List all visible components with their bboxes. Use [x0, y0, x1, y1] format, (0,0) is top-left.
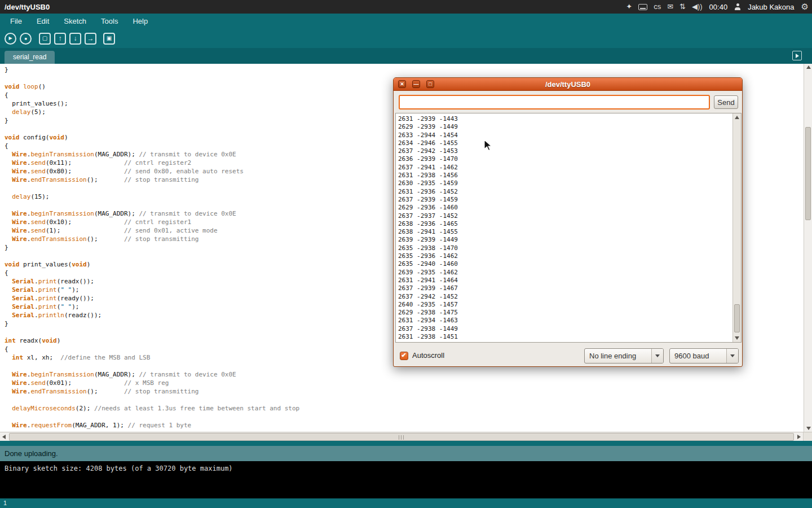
system-panel: /dev/ttyUSB0 ✦cs✉⇅◀)) 00:40 Jakub Kakona… [0, 0, 812, 14]
editor-hscroll-thumb[interactable] [9, 433, 794, 441]
serial-monitor-title: /dev/ttyUSB0 [394, 78, 742, 91]
editor-vertical-scrollbar[interactable] [804, 64, 812, 432]
serial-output-line: 2631 -2939 -1443 [398, 115, 739, 123]
desktop: /dev/ttyUSB0 ✦cs✉⇅◀)) 00:40 Jakub Kakona… [0, 0, 812, 508]
editor-horizontal-scrollbar[interactable] [0, 432, 812, 441]
network-icon[interactable]: ⇅ [679, 0, 686, 14]
serial-output-line: 2630 -2935 -1459 [398, 179, 739, 187]
keyboard-layout-indicator[interactable]: cs [654, 0, 661, 14]
new-button[interactable]: ▢ [39, 33, 51, 45]
serial-output-line: 2637 -2939 -1467 [398, 284, 739, 292]
scroll-left-icon[interactable] [2, 435, 6, 439]
serial-output-line: 2635 -2940 -1460 [398, 260, 739, 268]
code-line: Wire.beginTransmission(MAG_ADDR); // tra… [5, 370, 804, 379]
verify-button[interactable]: ▶ [5, 33, 16, 45]
serial-scroll-thumb[interactable] [734, 304, 740, 332]
toolbar: ▶■▢↑↓→▣ [0, 29, 812, 48]
code-line: delayMicroseconds(2); //needs at least 1… [5, 404, 804, 413]
active-window-title: /dev/ttyUSB0 [0, 3, 50, 11]
upload-button[interactable]: → [85, 33, 96, 45]
scrollbar-corner [803, 432, 812, 441]
scroll-down-icon[interactable] [806, 427, 811, 430]
code-line [5, 413, 804, 421]
send-button[interactable]: Send [714, 95, 738, 109]
serial-output-line: 2637 -2937 -1452 [398, 212, 739, 220]
serial-output-scrollbar[interactable] [732, 113, 741, 342]
serial-output-line: 2638 -2941 -1455 [398, 228, 739, 236]
code-line: Wire.endTransmission(); // stop transmit… [5, 387, 804, 396]
autoscroll-label: Autoscroll [412, 351, 444, 360]
serial-output-line: 2631 -2941 -1464 [398, 277, 739, 284]
serial-output-line: 2631 -2936 -1452 [398, 188, 739, 196]
serial-output-line: 2637 -2938 -1449 [398, 325, 739, 333]
code-line: Wire.requestFrom(MAG_ADDR, 1); // reques… [5, 421, 804, 430]
scroll-grip-icon [399, 435, 404, 440]
baud-rate-dropdown[interactable]: 9600 baud [669, 348, 739, 364]
indicator-area: ✦cs✉⇅◀)) 00:40 Jakub Kakona ⚙ [626, 0, 809, 14]
serial-monitor-window: ✕—□ /dev/ttyUSB0 Send 2631 -2939 -144326… [393, 77, 743, 367]
keyboard-icon[interactable] [638, 4, 647, 10]
tabbar: serial_read [0, 48, 812, 64]
serial-output-line: 2640 -2935 -1457 [398, 301, 739, 309]
volume-icon[interactable]: ◀)) [692, 0, 703, 14]
line-number-indicator: 1 [0, 498, 812, 508]
scroll-up-icon[interactable] [806, 65, 811, 69]
window-divider [0, 441, 812, 446]
editor-vscroll-thumb[interactable] [805, 127, 811, 220]
new-sketch-icon: ▢ [42, 36, 47, 41]
serial-output-line: 2635 -2936 -1462 [398, 252, 739, 260]
menu-file[interactable]: File [5, 15, 28, 28]
serial-output-line: 2629 -2936 -1460 [398, 204, 739, 212]
arrow-right-icon: → [87, 35, 94, 42]
system-indicators: ✦cs✉⇅◀)) [626, 0, 702, 14]
stop-icon: ■ [24, 37, 27, 41]
serial-output-line: 2631 -2934 -1463 [398, 317, 739, 325]
serial-output-lines: 2631 -2939 -14432629 -2939 -14492633 -29… [396, 113, 741, 343]
menubar: FileEditSketchToolsHelp [0, 14, 812, 29]
scroll-right-icon[interactable] [797, 435, 801, 439]
serial-output[interactable]: 2631 -2939 -14432629 -2939 -14492633 -29… [395, 113, 742, 343]
serial-output-line: 2629 -2938 -1475 [398, 309, 739, 317]
bluetooth-icon[interactable]: ✦ [626, 0, 632, 14]
serial-output-line: 2635 -2938 -1470 [398, 244, 739, 252]
autoscroll-checkbox[interactable] [400, 352, 408, 360]
serial-input[interactable] [399, 95, 710, 110]
menu-help[interactable]: Help [127, 15, 153, 28]
open-button[interactable]: ↑ [54, 33, 66, 45]
serial-output-line: 2639 -2935 -1462 [398, 269, 739, 277]
code-line: } [5, 65, 804, 74]
serial-output-line: 2639 -2939 -1449 [398, 236, 739, 244]
serial-output-line: 2631 -2938 -1456 [398, 172, 739, 179]
scroll-down-icon[interactable] [735, 336, 739, 340]
stop-button[interactable]: ■ [20, 33, 32, 45]
serial-monitor-button[interactable]: ▣ [103, 33, 115, 45]
console-panel: Binary sketch size: 4208 bytes (of a 307… [0, 461, 812, 498]
chevron-down-icon[interactable] [651, 349, 663, 363]
tab-serial-read[interactable]: serial_read [5, 51, 55, 64]
status-message: Done uploading. [0, 446, 812, 461]
chevron-down-icon[interactable] [726, 349, 738, 363]
session-gear-icon[interactable]: ⚙ [801, 2, 809, 12]
scroll-up-icon[interactable] [735, 116, 739, 119]
tab-list-button[interactable] [792, 51, 802, 60]
serial-output-line: 2636 -2939 -1470 [398, 155, 739, 163]
user-icon [734, 3, 741, 10]
menu-tools[interactable]: Tools [95, 15, 123, 28]
serial-output-line: 2637 -2942 -1453 [398, 147, 739, 155]
menu-edit[interactable]: Edit [31, 15, 55, 28]
mail-icon[interactable]: ✉ [667, 0, 673, 14]
code-line: Wire.send(0x01); // x MSB reg [5, 379, 804, 387]
play-icon: ▶ [8, 36, 12, 41]
save-button[interactable]: ↓ [69, 33, 81, 45]
arrow-up-icon: ↑ [59, 35, 62, 42]
serial-output-line: 2631 -2938 -1451 [398, 333, 739, 341]
serial-output-line: 2633 -2944 -1454 [398, 132, 739, 139]
code-line [5, 396, 804, 404]
clock[interactable]: 00:40 [709, 3, 728, 11]
serial-monitor-titlebar[interactable]: ✕—□ /dev/ttyUSB0 [394, 78, 742, 91]
serial-output-line: 2638 -2936 -1465 [398, 220, 739, 228]
line-ending-dropdown[interactable]: No line ending [584, 348, 664, 364]
serial-output-line: 2637 -2942 -1452 [398, 293, 739, 301]
menu-sketch[interactable]: Sketch [58, 15, 92, 28]
user-menu[interactable]: Jakub Kakona [748, 3, 794, 11]
